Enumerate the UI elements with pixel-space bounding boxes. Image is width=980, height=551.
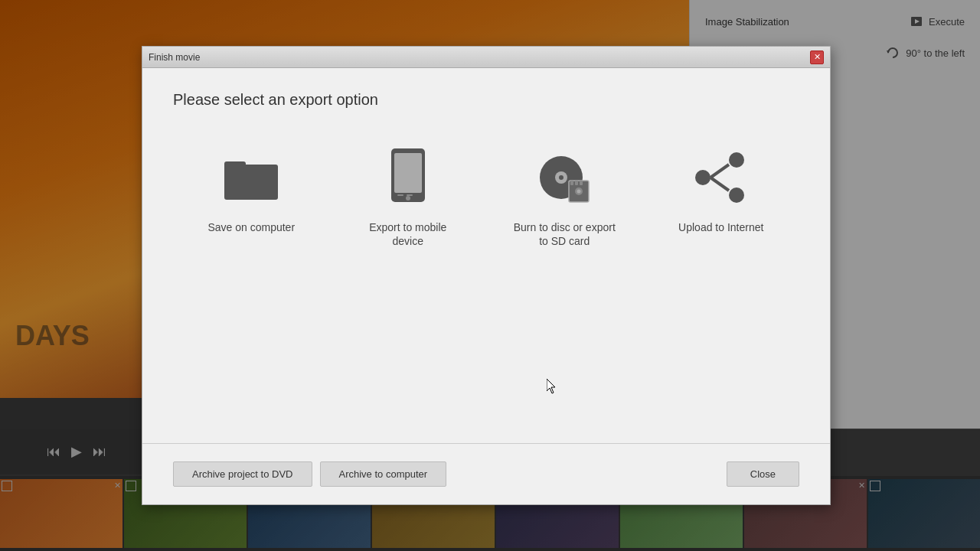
upload-internet-option[interactable]: Upload to Internet [652, 139, 790, 242]
svg-point-18 [577, 190, 581, 194]
svg-rect-9 [407, 194, 413, 196]
svg-rect-6 [394, 153, 422, 193]
svg-rect-15 [575, 181, 578, 185]
svg-rect-8 [397, 194, 403, 196]
dialog-titlebar: Finish movie ✕ [142, 47, 830, 68]
svg-point-7 [406, 196, 410, 201]
svg-point-12 [559, 175, 564, 180]
dialog-title: Finish movie [149, 52, 200, 63]
svg-point-19 [729, 152, 744, 168]
archive-dvd-button[interactable]: Archive project to DVD [173, 461, 312, 487]
svg-line-23 [710, 178, 729, 191]
burn-disc-option[interactable]: Burn to disc or export to SD card [495, 139, 633, 256]
svg-point-20 [729, 187, 744, 203]
export-mobile-option[interactable]: Export to mobile device [339, 139, 477, 256]
dialog-footer: Archive project to DVD Archive to comput… [142, 443, 830, 504]
finish-movie-dialog: Finish movie ✕ Please select an export o… [142, 46, 831, 505]
export-options: Save on computer Export to mobile device [173, 139, 799, 420]
close-button[interactable]: Close [727, 461, 799, 487]
mobile-icon [377, 147, 439, 208]
folder-icon [220, 147, 282, 208]
svg-rect-4 [224, 161, 246, 169]
dialog-footer-left: Archive project to DVD Archive to comput… [173, 461, 446, 487]
dialog-close-title-button[interactable]: ✕ [810, 51, 824, 64]
save-computer-option[interactable]: Save on computer [182, 139, 320, 242]
archive-computer-button[interactable]: Archive to computer [320, 461, 447, 487]
svg-point-21 [695, 170, 710, 185]
dialog-heading: Please select an export option [173, 91, 799, 109]
disc-icon [534, 147, 595, 208]
svg-line-22 [710, 165, 729, 178]
svg-rect-14 [570, 181, 573, 185]
upload-internet-label: Upload to Internet [678, 220, 763, 234]
burn-disc-label: Burn to disc or export to SD card [511, 220, 618, 248]
dialog-body: Please select an export option Save on c… [142, 68, 830, 443]
svg-rect-3 [224, 165, 278, 200]
share-icon [691, 147, 752, 208]
save-computer-label: Save on computer [207, 220, 295, 234]
export-mobile-label: Export to mobile device [354, 220, 462, 248]
svg-rect-16 [580, 181, 583, 185]
